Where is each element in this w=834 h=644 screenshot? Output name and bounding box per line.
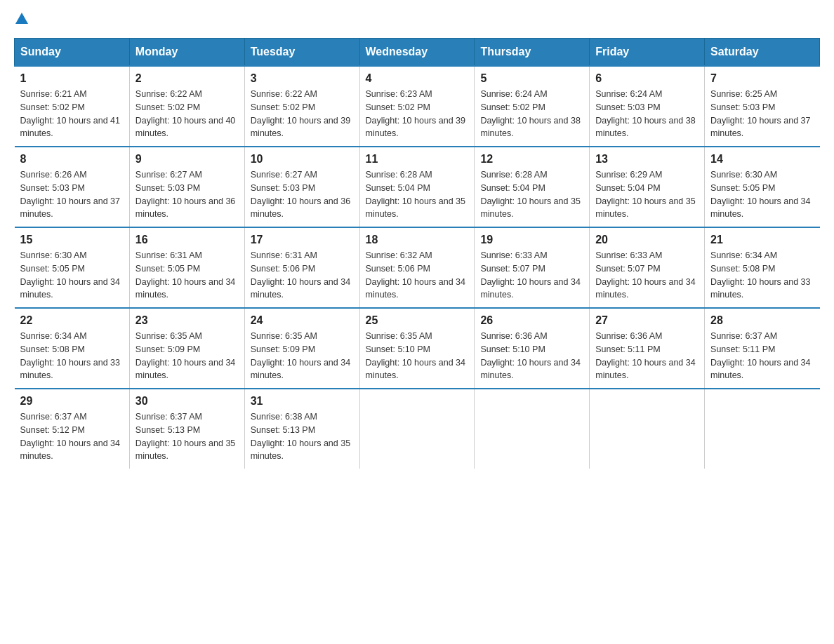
calendar-cell: 24Sunrise: 6:35 AMSunset: 5:09 PMDayligh… xyxy=(244,308,359,389)
calendar-cell: 16Sunrise: 6:31 AMSunset: 5:05 PMDayligh… xyxy=(129,227,244,308)
calendar-cell: 10Sunrise: 6:27 AMSunset: 5:03 PMDayligh… xyxy=(244,147,359,227)
day-number: 11 xyxy=(366,153,469,166)
day-number: 21 xyxy=(710,234,814,246)
day-info: Sunrise: 6:21 AMSunset: 5:02 PMDaylight:… xyxy=(20,88,124,140)
day-header-sunday: Sunday xyxy=(15,39,130,67)
day-header-tuesday: Tuesday xyxy=(244,39,359,67)
day-number: 24 xyxy=(251,314,354,327)
day-number: 8 xyxy=(20,153,124,166)
day-info: Sunrise: 6:32 AMSunset: 5:06 PMDaylight:… xyxy=(366,249,469,302)
calendar-cell: 15Sunrise: 6:30 AMSunset: 5:05 PMDayligh… xyxy=(15,227,130,308)
day-number: 1 xyxy=(20,72,124,85)
day-number: 4 xyxy=(366,72,469,85)
calendar-cell xyxy=(359,389,475,469)
day-number: 25 xyxy=(366,314,469,327)
calendar-cell: 12Sunrise: 6:28 AMSunset: 5:04 PMDayligh… xyxy=(475,147,590,227)
day-number: 22 xyxy=(20,314,124,327)
calendar-cell xyxy=(590,389,705,469)
logo xyxy=(14,14,28,24)
day-info: Sunrise: 6:24 AMSunset: 5:03 PMDaylight:… xyxy=(595,88,699,140)
day-number: 20 xyxy=(595,234,699,246)
week-row-4: 22Sunrise: 6:34 AMSunset: 5:08 PMDayligh… xyxy=(15,308,820,389)
calendar-cell xyxy=(705,389,820,469)
page-header xyxy=(14,14,820,24)
day-info: Sunrise: 6:25 AMSunset: 5:03 PMDaylight:… xyxy=(710,88,814,140)
day-info: Sunrise: 6:26 AMSunset: 5:03 PMDaylight:… xyxy=(20,168,124,221)
calendar-cell: 19Sunrise: 6:33 AMSunset: 5:07 PMDayligh… xyxy=(475,227,590,308)
day-info: Sunrise: 6:36 AMSunset: 5:10 PMDaylight:… xyxy=(480,330,583,382)
logo-triangle-icon xyxy=(15,13,28,24)
day-header-wednesday: Wednesday xyxy=(359,39,475,67)
day-number: 14 xyxy=(710,153,814,166)
calendar-cell: 11Sunrise: 6:28 AMSunset: 5:04 PMDayligh… xyxy=(359,147,475,227)
day-info: Sunrise: 6:35 AMSunset: 5:09 PMDaylight:… xyxy=(251,330,354,382)
day-info: Sunrise: 6:27 AMSunset: 5:03 PMDaylight:… xyxy=(135,168,239,221)
day-info: Sunrise: 6:34 AMSunset: 5:08 PMDaylight:… xyxy=(20,330,124,382)
day-number: 28 xyxy=(710,314,814,327)
calendar-cell: 20Sunrise: 6:33 AMSunset: 5:07 PMDayligh… xyxy=(590,227,705,308)
day-number: 17 xyxy=(251,234,354,246)
day-info: Sunrise: 6:29 AMSunset: 5:04 PMDaylight:… xyxy=(595,168,699,221)
day-number: 23 xyxy=(135,314,239,327)
day-header-thursday: Thursday xyxy=(475,39,590,67)
day-info: Sunrise: 6:33 AMSunset: 5:07 PMDaylight:… xyxy=(595,249,699,302)
day-info: Sunrise: 6:37 AMSunset: 5:12 PMDaylight:… xyxy=(20,410,124,463)
calendar-cell: 8Sunrise: 6:26 AMSunset: 5:03 PMDaylight… xyxy=(15,147,130,227)
day-number: 13 xyxy=(595,153,699,166)
calendar-cell: 2Sunrise: 6:22 AMSunset: 5:02 PMDaylight… xyxy=(129,66,244,147)
day-info: Sunrise: 6:35 AMSunset: 5:10 PMDaylight:… xyxy=(366,330,469,382)
day-number: 15 xyxy=(20,234,124,246)
day-info: Sunrise: 6:33 AMSunset: 5:07 PMDaylight:… xyxy=(480,249,583,302)
day-number: 26 xyxy=(480,314,583,327)
calendar-cell: 27Sunrise: 6:36 AMSunset: 5:11 PMDayligh… xyxy=(590,308,705,389)
day-info: Sunrise: 6:35 AMSunset: 5:09 PMDaylight:… xyxy=(135,330,239,382)
calendar-cell: 14Sunrise: 6:30 AMSunset: 5:05 PMDayligh… xyxy=(705,147,820,227)
day-info: Sunrise: 6:38 AMSunset: 5:13 PMDaylight:… xyxy=(251,410,354,463)
day-info: Sunrise: 6:23 AMSunset: 5:02 PMDaylight:… xyxy=(366,88,469,140)
day-number: 27 xyxy=(595,314,699,327)
day-header-friday: Friday xyxy=(590,39,705,67)
calendar-cell: 5Sunrise: 6:24 AMSunset: 5:02 PMDaylight… xyxy=(475,66,590,147)
calendar-cell: 25Sunrise: 6:35 AMSunset: 5:10 PMDayligh… xyxy=(359,308,475,389)
day-info: Sunrise: 6:27 AMSunset: 5:03 PMDaylight:… xyxy=(251,168,354,221)
day-number: 6 xyxy=(595,72,699,85)
day-info: Sunrise: 6:22 AMSunset: 5:02 PMDaylight:… xyxy=(135,88,239,140)
header-row: SundayMondayTuesdayWednesdayThursdayFrid… xyxy=(15,39,820,67)
day-number: 2 xyxy=(135,72,239,85)
day-info: Sunrise: 6:30 AMSunset: 5:05 PMDaylight:… xyxy=(710,168,814,221)
day-info: Sunrise: 6:28 AMSunset: 5:04 PMDaylight:… xyxy=(480,168,583,221)
day-number: 30 xyxy=(135,395,239,408)
day-info: Sunrise: 6:36 AMSunset: 5:11 PMDaylight:… xyxy=(595,330,699,382)
day-number: 18 xyxy=(366,234,469,246)
day-header-monday: Monday xyxy=(129,39,244,67)
week-row-3: 15Sunrise: 6:30 AMSunset: 5:05 PMDayligh… xyxy=(15,227,820,308)
day-number: 19 xyxy=(480,234,583,246)
day-number: 12 xyxy=(480,153,583,166)
day-number: 10 xyxy=(251,153,354,166)
calendar-cell: 31Sunrise: 6:38 AMSunset: 5:13 PMDayligh… xyxy=(244,389,359,469)
day-info: Sunrise: 6:31 AMSunset: 5:05 PMDaylight:… xyxy=(135,249,239,302)
day-info: Sunrise: 6:28 AMSunset: 5:04 PMDaylight:… xyxy=(366,168,469,221)
day-info: Sunrise: 6:22 AMSunset: 5:02 PMDaylight:… xyxy=(251,88,354,140)
day-number: 29 xyxy=(20,395,124,408)
day-number: 3 xyxy=(251,72,354,85)
day-number: 5 xyxy=(480,72,583,85)
day-info: Sunrise: 6:31 AMSunset: 5:06 PMDaylight:… xyxy=(251,249,354,302)
day-info: Sunrise: 6:30 AMSunset: 5:05 PMDaylight:… xyxy=(20,249,124,302)
calendar-cell: 21Sunrise: 6:34 AMSunset: 5:08 PMDayligh… xyxy=(705,227,820,308)
calendar-cell: 18Sunrise: 6:32 AMSunset: 5:06 PMDayligh… xyxy=(359,227,475,308)
calendar-cell: 30Sunrise: 6:37 AMSunset: 5:13 PMDayligh… xyxy=(129,389,244,469)
calendar-cell: 13Sunrise: 6:29 AMSunset: 5:04 PMDayligh… xyxy=(590,147,705,227)
calendar-cell xyxy=(475,389,590,469)
calendar-cell: 7Sunrise: 6:25 AMSunset: 5:03 PMDaylight… xyxy=(705,66,820,147)
calendar-cell: 29Sunrise: 6:37 AMSunset: 5:12 PMDayligh… xyxy=(15,389,130,469)
calendar-cell: 6Sunrise: 6:24 AMSunset: 5:03 PMDaylight… xyxy=(590,66,705,147)
week-row-2: 8Sunrise: 6:26 AMSunset: 5:03 PMDaylight… xyxy=(15,147,820,227)
day-number: 16 xyxy=(135,234,239,246)
day-number: 7 xyxy=(710,72,814,85)
calendar-cell: 22Sunrise: 6:34 AMSunset: 5:08 PMDayligh… xyxy=(15,308,130,389)
week-row-5: 29Sunrise: 6:37 AMSunset: 5:12 PMDayligh… xyxy=(15,389,820,469)
day-info: Sunrise: 6:37 AMSunset: 5:13 PMDaylight:… xyxy=(135,410,239,463)
day-header-saturday: Saturday xyxy=(705,39,820,67)
calendar-cell: 1Sunrise: 6:21 AMSunset: 5:02 PMDaylight… xyxy=(15,66,130,147)
